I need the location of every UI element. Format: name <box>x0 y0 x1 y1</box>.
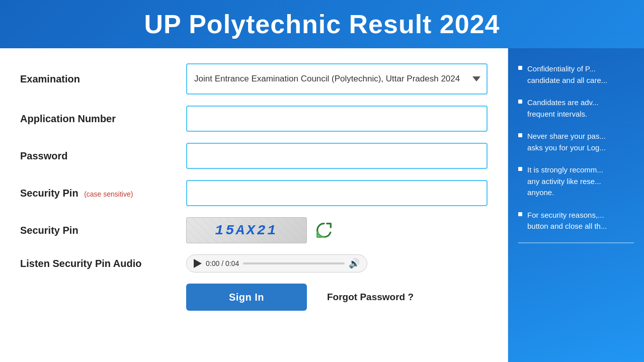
form-panel: Examination Joint Entrance Examination C… <box>0 48 508 362</box>
info-text-1: Confidentiality of P...candidate and all… <box>527 63 634 86</box>
examination-select[interactable]: Joint Entrance Examination Council (Poly… <box>186 63 488 95</box>
examination-row: Examination Joint Entrance Examination C… <box>20 63 488 95</box>
info-list: Confidentiality of P...candidate and all… <box>518 63 634 232</box>
captcha-text: 15AX21 <box>215 223 278 238</box>
info-text-3: Never share your pas...asks you for your… <box>527 131 634 153</box>
application-number-input[interactable] <box>186 106 488 132</box>
info-panel-divider <box>518 242 634 243</box>
volume-icon[interactable]: 🔊 <box>349 258 360 269</box>
list-item: Candidates are adv...frequent intervals. <box>518 97 634 120</box>
password-label: Password <box>20 150 186 162</box>
captcha-area: 15AX21 <box>186 217 335 243</box>
action-buttons: Sign In Forgot Password ? <box>20 284 488 311</box>
page-title: UP Polytechnic Result 2024 <box>10 9 634 39</box>
forgot-password-link[interactable]: Forgot Password ? <box>327 292 414 303</box>
security-pin-input-label: Security Pin (case sensitive) <box>20 188 186 199</box>
sign-in-button[interactable]: Sign In <box>186 284 307 311</box>
security-pin-input[interactable] <box>186 180 488 206</box>
audio-time: 0:00 / 0:04 <box>206 259 239 267</box>
audio-player: 0:00 / 0:04 🔊 <box>186 254 367 273</box>
list-item: Confidentiality of P...candidate and all… <box>518 63 634 86</box>
security-pin-input-row: Security Pin (case sensitive) <box>20 180 488 206</box>
captcha-image: 15AX21 <box>186 217 307 243</box>
password-input[interactable] <box>186 143 488 169</box>
refresh-captcha-button[interactable] <box>313 219 335 241</box>
examination-label: Examination <box>20 73 186 85</box>
play-button[interactable] <box>194 259 202 268</box>
application-number-label: Application Number <box>20 113 186 125</box>
bullet-icon <box>518 212 522 216</box>
bullet-icon <box>518 100 522 104</box>
audio-progress-bar[interactable] <box>243 262 345 264</box>
bullet-icon <box>518 66 522 70</box>
case-sensitive-note: (case sensitive) <box>84 190 133 198</box>
info-panel: Confidentiality of P...candidate and all… <box>508 48 644 362</box>
main-layout: Examination Joint Entrance Examination C… <box>0 48 644 362</box>
password-row: Password <box>20 143 488 169</box>
list-item: For security reasons,...button and close… <box>518 210 634 232</box>
list-item: Never share your pas...asks you for your… <box>518 131 634 153</box>
listen-audio-row: Listen Security Pin Audio 0:00 / 0:04 🔊 <box>20 254 488 273</box>
info-text-5: For security reasons,...button and close… <box>527 210 634 232</box>
security-pin-captcha-row: Security Pin 15AX21 <box>20 217 488 243</box>
bullet-icon <box>518 167 522 171</box>
security-pin-captcha-label: Security Pin <box>20 225 186 236</box>
bullet-icon <box>518 133 522 137</box>
page-header: UP Polytechnic Result 2024 <box>0 0 644 48</box>
application-number-row: Application Number <box>20 106 488 132</box>
examination-select-wrapper: Joint Entrance Examination Council (Poly… <box>186 63 488 95</box>
refresh-icon <box>314 221 334 240</box>
info-text-2: Candidates are adv...frequent intervals. <box>527 97 634 120</box>
info-text-4: It is strongly recomm...any activity lik… <box>527 164 634 199</box>
listen-audio-label: Listen Security Pin Audio <box>20 258 186 269</box>
list-item: It is strongly recomm...any activity lik… <box>518 164 634 199</box>
